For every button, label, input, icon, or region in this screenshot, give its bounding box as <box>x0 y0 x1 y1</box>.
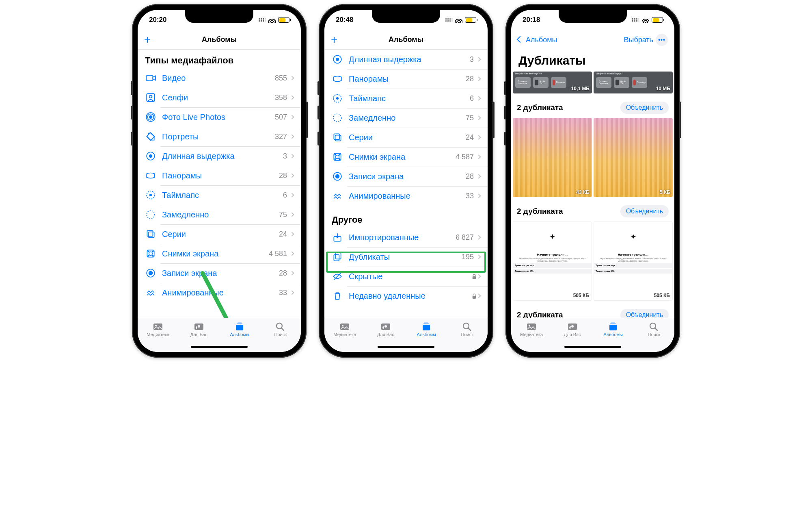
notch <box>185 10 253 23</box>
duplicate-thumb[interactable]: 43 КБ <box>513 118 592 197</box>
tab-albums[interactable]: Альбомы <box>219 321 260 337</box>
row-count: 75 <box>279 211 287 219</box>
content-scroll[interactable]: Длинная выдержка 3 Панорамы 28 Таймлапс … <box>324 50 488 318</box>
list-row-timelapse[interactable]: Таймлапс 6 <box>138 185 301 205</box>
cellular-icon <box>632 18 639 22</box>
content-scroll[interactable]: Дубликаты Избранные аксессуары ГостинаяС… <box>511 50 674 318</box>
duplicate-thumb[interactable]: ✦ Начните трансля… Через несколько секун… <box>594 221 673 301</box>
list-row-burst[interactable]: Серии 24 <box>324 128 488 147</box>
burst-icon <box>332 132 343 143</box>
nav-title: Альбомы <box>138 35 301 44</box>
list-row-screenshot[interactable]: Снимки экрана 4 587 <box>324 147 488 167</box>
portrait-icon <box>145 131 156 142</box>
chevron-right-icon <box>476 193 481 198</box>
list-row-screenrec[interactable]: Записи экрана 28 <box>138 263 301 283</box>
duplicate-group-header: 2 дубликата Объединить <box>511 200 674 221</box>
chevron-right-icon <box>476 174 481 178</box>
duplicate-thumb[interactable]: Избранные аксессуары ГостинаяСветильн… A… <box>594 72 673 93</box>
row-count: 28 <box>466 172 474 181</box>
more-button[interactable]: ••• <box>656 34 668 46</box>
duplicate-group: 43 КБ 5 КБ <box>511 118 674 200</box>
tab-albums[interactable]: Альбомы <box>406 321 447 337</box>
row-label: Записи экрана <box>162 269 279 278</box>
list-row-longexp[interactable]: Длинная выдержка 3 <box>138 146 301 166</box>
chevron-right-icon <box>476 135 481 139</box>
list-row-pano[interactable]: Панорамы 28 <box>324 69 488 89</box>
tab-search[interactable]: Поиск <box>260 321 301 337</box>
list-row-animated[interactable]: Анимированные 33 <box>138 283 301 302</box>
list-row-portrait[interactable]: Портреты 327 <box>138 127 301 146</box>
list-row-selfie[interactable]: Селфи 358 <box>138 88 301 107</box>
list-row-hidden[interactable]: Скрытые <box>324 267 488 286</box>
row-label: Анимированные <box>349 191 466 201</box>
chevron-right-icon <box>289 251 294 256</box>
device-3: 20:18 Альбомы Выбрать ••• Дубликаты <box>505 4 680 358</box>
list-row-longexp[interactable]: Длинная выдержка 3 <box>324 50 488 69</box>
list-row-video[interactable]: Видео 855 <box>138 68 301 88</box>
duplicate-group-title: 2 дубликата <box>517 103 563 112</box>
row-label: Таймлапс <box>349 94 470 103</box>
duplicate-group-title: 2 дубликата <box>517 310 563 318</box>
list-row-trash[interactable]: Недавно удаленные <box>324 286 488 306</box>
add-button[interactable]: + <box>144 34 151 46</box>
chevron-right-icon <box>289 232 294 236</box>
home-indicator[interactable] <box>191 346 248 348</box>
wifi-icon <box>642 17 649 23</box>
row-count: 855 <box>275 74 287 82</box>
chevron-right-icon <box>289 193 294 197</box>
list-row-live[interactable]: Фото Live Photos 507 <box>138 107 301 127</box>
row-label: Селфи <box>162 93 275 102</box>
list-row-slomo[interactable]: Замедленно 75 <box>138 205 301 224</box>
list-row-pano[interactable]: Панорамы 28 <box>138 166 301 185</box>
row-label: Замедленно <box>162 210 279 219</box>
screenrec-icon <box>332 171 343 182</box>
home-indicator[interactable] <box>564 346 621 348</box>
tab-library[interactable]: Медиатека <box>138 321 179 337</box>
add-button[interactable]: + <box>331 34 337 46</box>
merge-button[interactable]: Объединить <box>620 102 669 114</box>
list-row-screenshot[interactable]: Снимки экрана 4 581 <box>138 244 301 263</box>
duplicate-thumb[interactable]: 5 КБ <box>594 118 673 197</box>
merge-button[interactable]: Объединить <box>620 205 669 217</box>
row-label: Длинная выдержка <box>349 55 470 64</box>
tab-foryou[interactable]: Для Вас <box>365 321 406 337</box>
back-button[interactable]: Альбомы <box>518 36 557 44</box>
media-types-list: Видео 855 Селфи 358 Фото Live Photos 507… <box>138 68 301 302</box>
row-label: Дубликаты <box>349 252 462 262</box>
list-row-screenrec[interactable]: Записи экрана 28 <box>324 167 488 186</box>
list-row-slomo[interactable]: Замедленно 75 <box>324 108 488 128</box>
content-scroll[interactable]: Типы медиафайлов Видео 855 Селфи 358 Фот… <box>138 50 301 318</box>
chevron-right-icon <box>289 212 294 217</box>
burst-icon <box>145 228 156 240</box>
duplicate-thumb[interactable]: Избранные аксессуары ГостинаяСветильн… A… <box>513 72 592 93</box>
home-indicator[interactable] <box>378 346 434 348</box>
tab-foryou[interactable]: Для Вас <box>552 321 593 337</box>
tab-library[interactable]: Медиатека <box>324 321 365 337</box>
duplicate-thumb[interactable]: ✦ Начните трансля… Через несколько секун… <box>513 221 592 301</box>
tab-albums[interactable]: Альбомы <box>593 321 634 337</box>
longexp-icon <box>145 150 156 162</box>
tab-search[interactable]: Поиск <box>634 321 675 337</box>
wifi-icon <box>268 17 276 23</box>
merge-button[interactable]: Объединить <box>620 309 669 318</box>
chevron-right-icon <box>476 154 481 159</box>
list-row-animated[interactable]: Анимированные 33 <box>324 186 488 206</box>
list-row-duplicates[interactable]: Дубликаты 195 <box>324 247 488 267</box>
row-count: 28 <box>466 75 474 83</box>
row-count: 75 <box>466 114 474 122</box>
select-button[interactable]: Выбрать <box>624 36 653 44</box>
tab-search[interactable]: Поиск <box>447 321 488 337</box>
slomo-icon <box>332 112 343 124</box>
tab-library[interactable]: Медиатека <box>511 321 552 337</box>
animated-icon <box>145 287 156 298</box>
slomo-icon <box>145 209 156 220</box>
list-row-burst[interactable]: Серии 24 <box>138 224 301 244</box>
list-row-timelapse[interactable]: Таймлапс 6 <box>324 89 488 108</box>
battery-icon <box>652 17 663 23</box>
list-row-imported[interactable]: Импортированные 6 827 <box>324 228 488 247</box>
chevron-right-icon <box>476 115 481 120</box>
media-types-list: Длинная выдержка 3 Панорамы 28 Таймлапс … <box>324 50 488 206</box>
device-1: 20:20 + Альбомы Типы медиафайлов Видео 8… <box>132 4 307 358</box>
chevron-left-icon <box>518 36 523 43</box>
tab-foryou[interactable]: Для Вас <box>179 321 220 337</box>
